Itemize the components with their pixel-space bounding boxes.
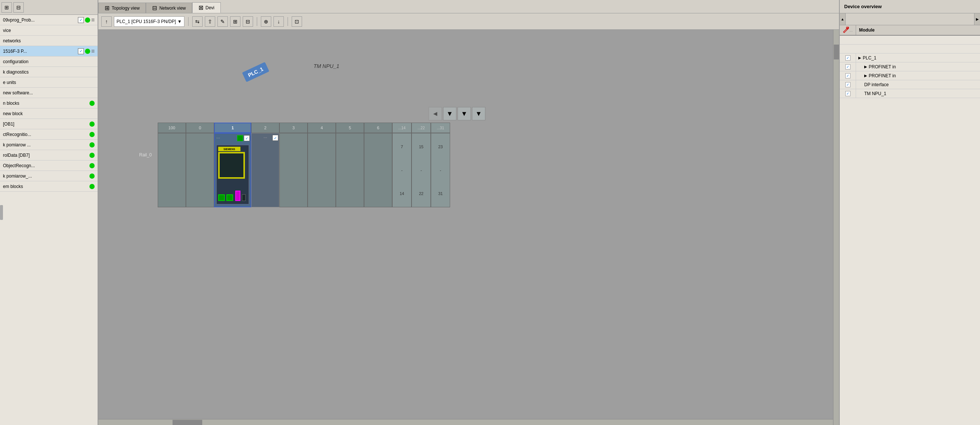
sidebar-item-3[interactable]: 1516F-3 P... ≡ [0,46,98,56]
sidebar-item-1[interactable]: vice [0,25,98,36]
green-dot-10 [89,121,95,127]
tab-network[interactable]: ⊟ Network view [146,3,192,13]
port-green-2 [226,194,233,201]
plc-ports [218,190,246,201]
right-row-label-plc1: ▶ PLC_1 [856,53,980,62]
toolbar-zoom-in[interactable]: ⊕ [261,16,271,27]
sidebar-item-13[interactable]: rolData [DB7] [0,150,98,160]
device-overview-title: Device overview [844,4,882,9]
toolbar-zoom-out[interactable]: ↓ [274,16,284,27]
right-row-label-tmnpu: TM NPU_1 [856,89,980,98]
new-block-label: new block [3,111,95,116]
main-toolbar: ↑ PLC_1 [CPU 1516F-3 PN/DP] ▼ ⇆ ⇧ ✎ ⊞ ⊟ … [98,13,839,30]
port-magenta [235,190,240,201]
sidebar-item-8[interactable]: n blocks [0,98,98,109]
sidebar-item-label: new software... [3,90,95,96]
scroll-indicator-3: ≡ [91,48,95,54]
sidebar-item-7[interactable]: new software... [0,88,98,98]
tm-npu-text: TM NPU_1 [313,63,339,69]
right-table-row-tmnpu[interactable]: ✓ TM NPU_1 [840,89,980,98]
scroll-right-btn[interactable]: ▶ [974,13,980,25]
sidebar-item-6[interactable]: e units [0,77,98,88]
grid-view-button[interactable]: ⊞ [2,2,12,13]
grid-cell-5 [336,133,364,207]
grid-header-2: 2 [251,123,279,133]
network-tab-label: Network view [159,6,186,11]
tab-device[interactable]: ⊠ Devi [192,2,221,13]
check-tmnpu: ✓ [845,91,851,96]
right-table-empty-2 [840,45,980,53]
topology-icon: ⊞ [105,5,110,11]
device-view: PLC_1 TM NPU_1 Rail_0 ◄ ▼ ▼ ▼ 100 [98,30,839,425]
table-view-button[interactable]: ⊟ [13,2,24,13]
right-row-label-profinet2: ▶ PROFINET in [856,71,980,80]
grid-header-6: 6 [364,123,392,133]
scroll-thumb-h[interactable] [173,420,202,425]
sidebar-item-12[interactable]: k pomiarow ... [0,140,98,150]
check-icon-3 [78,48,84,54]
plc1-floating-label: PLC_1 [242,62,269,82]
grid-header-1: 1 [214,123,251,133]
toolbar-sep-3 [288,17,288,26]
grid-cell-2: ··· ✓ [251,133,279,207]
right-panel: Device overview ▲ ▶ ... Module [839,0,980,425]
toolbar-back-button[interactable]: ↑ [101,16,112,27]
nav-arrow-down-2[interactable]: ▼ [458,107,471,120]
vertical-scrollbar[interactable] [833,30,839,425]
green-dot-14 [89,163,95,168]
nav-arrow-left[interactable]: ◄ [429,107,442,120]
sidebar-item-label: k pomiarow ... [3,142,89,147]
plc-selector-dropdown[interactable]: PLC_1 [CPU 1516F-3 PN/DP] ▼ [114,16,185,27]
sidebar-item-2[interactable]: networks [0,36,98,46]
right-table-row-profinet2[interactable]: ✓ ▶ PROFINET in [840,71,980,80]
nav-arrow-down-1[interactable]: ▼ [443,107,457,120]
sidebar-item-11[interactable]: ctRecognitio... [0,129,98,140]
resize-handle[interactable] [0,205,3,220]
device-tab-label: Devi [205,5,215,10]
right-row-check-plc1: ✓ [840,53,856,62]
toolbar-btn-5[interactable]: ⊟ [243,16,253,27]
right-table-row-dp[interactable]: ✓ DP interface [840,80,980,89]
scroll-up-btn[interactable]: ▲ [840,13,846,25]
right-col-icon: ... [840,25,856,35]
green-dot-8 [89,101,95,106]
grid-header-extra-3: ...31 [431,123,450,133]
sidebar-item-new-block[interactable]: new block [0,109,98,119]
sidebar-item-ob1[interactable]: [OB1] [0,119,98,129]
toolbar-sep-2 [257,17,257,26]
scroll-thumb-v[interactable] [834,45,839,59]
right-row-check-profinet2: ✓ [840,71,856,80]
check-dp: ✓ [845,82,851,87]
slot-range-dash-1: - [401,168,402,173]
right-table-row-plc1[interactable]: ✓ ▶ PLC_1 [840,53,980,62]
sidebar-item-icons-16 [89,184,95,189]
right-table-row-profinet1[interactable]: ✓ ▶ PROFINET in [840,62,980,71]
grid-header-row: 100 0 1 2 3 4 5 6 ...14 ...22 ...31 [158,123,450,133]
sidebar-item-0[interactable]: 09vprog_Prob... ≡ [0,15,98,25]
toolbar-btn-2[interactable]: ⇧ [205,16,215,27]
sidebar-item-icons-8 [89,101,95,106]
nav-arrow-down-3[interactable]: ▼ [472,107,485,120]
toolbar-btn-3[interactable]: ✎ [218,16,228,27]
green-dot-15 [89,174,95,179]
green-dot-16 [89,184,95,189]
port-green-1 [218,194,225,201]
grid-header-100: 100 [158,123,186,133]
top-tabs: ⊞ Topology view ⊟ Network view ⊠ Devi [98,0,839,13]
nav-arrows-area: ◄ ▼ ▼ ▼ [429,107,485,120]
sidebar-item-15[interactable]: k pomiarow_... [0,171,98,181]
toolbar-btn-4[interactable]: ⊞ [230,16,240,27]
sidebar-item-14[interactable]: ObjectRecogn... [0,160,98,171]
green-dot-13 [89,153,95,158]
sidebar-item-16[interactable]: em blocks [0,181,98,192]
toolbar-panel-toggle[interactable]: ⊡ [292,16,302,27]
green-dot-12 [89,142,95,147]
sidebar-item-5[interactable]: k diagnostics [0,67,98,77]
tab-topology[interactable]: ⊞ Topology view [98,3,146,13]
right-table-empty-1 [840,36,980,45]
toolbar-btn-1[interactable]: ⇆ [192,16,203,27]
grid-header-4: 4 [308,123,336,133]
horizontal-scrollbar[interactable] [98,419,833,425]
center-area: ⊞ Topology view ⊟ Network view ⊠ Devi ↑ … [98,0,839,425]
sidebar-item-4[interactable]: configuration [0,56,98,67]
